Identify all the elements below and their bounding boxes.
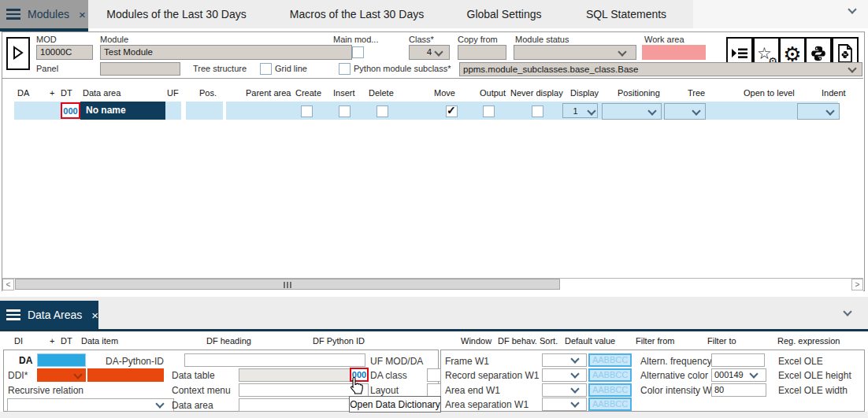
row-create-checkbox[interactable] — [301, 105, 313, 117]
main-mod-checkbox[interactable] — [352, 46, 364, 58]
panel-label: Panel — [36, 64, 58, 74]
col2-data-item: Data item — [81, 336, 118, 346]
color-intensity-input[interactable]: 80 — [711, 383, 766, 397]
da-python-id-label: DA-Python-ID — [101, 356, 164, 367]
frame-color-swatch[interactable]: AABBCC — [588, 353, 632, 367]
ddi-field[interactable] — [87, 368, 164, 382]
area-sep-color-swatch[interactable]: AABBCC — [588, 398, 632, 411]
excel-ole-width-label: Excel OLE width — [778, 385, 848, 396]
play-icon — [13, 46, 24, 61]
star-gear-icon: ☆ ⚙ — [757, 45, 776, 64]
work-area-field[interactable] — [642, 45, 706, 60]
row-dt-code[interactable]: 000 — [61, 102, 80, 119]
da-color-field[interactable] — [37, 353, 86, 367]
tab-data-areas[interactable]: Data Areas × — [0, 301, 98, 329]
module-field[interactable]: Test Module — [100, 45, 352, 60]
python-subclass-select[interactable]: ppms.module_subclasses.base_class.Base — [459, 62, 862, 76]
col-indent: Indent — [822, 88, 846, 98]
copy-from-label: Copy from — [458, 35, 498, 45]
bottom-strip — [0, 412, 868, 418]
tab-modules-last-30-days[interactable]: Modules of the Last 30 Days — [93, 0, 260, 28]
class-label: Class* — [409, 35, 434, 45]
context-menu-label: Context menu — [172, 385, 231, 396]
scroll-right-button[interactable]: > — [851, 279, 863, 290]
col2-filter-to: Filter to — [707, 336, 736, 346]
tab-sql-statements[interactable]: SQL Statements — [579, 0, 673, 28]
col-da: DA — [17, 88, 29, 98]
layout-label: Layout — [370, 385, 399, 396]
tab-data-areas-close-icon[interactable]: × — [91, 309, 98, 321]
tooltip: Open Data Dictionary — [349, 396, 441, 412]
row-insert-checkbox[interactable] — [339, 105, 351, 117]
run-module-button[interactable] — [6, 37, 30, 70]
alternative-color-label: Alternative color ... — [640, 370, 718, 381]
mod-field[interactable]: 10000C — [36, 45, 93, 60]
excel-ole-height-label: Excel OLE height — [778, 370, 851, 381]
python-icon — [810, 45, 827, 64]
area-end-select[interactable] — [542, 383, 587, 397]
data-area-label: Data area — [172, 400, 213, 411]
col2-window: Window — [461, 336, 491, 346]
python-subclass-checkbox[interactable] — [339, 63, 351, 75]
hamburger-icon[interactable] — [6, 13, 20, 16]
python-subclass-label: Python module subclass* — [354, 64, 451, 74]
col-parent-area: Parent area — [246, 88, 291, 98]
add-item-button[interactable]: + — [50, 336, 54, 346]
tab-modules[interactable]: Modules × — [0, 0, 88, 28]
col2-default-value: Default value — [565, 336, 615, 346]
frame-w1-label: Frame W1 — [445, 356, 489, 367]
row-delete-checkbox[interactable] — [377, 105, 388, 117]
hamburger-icon[interactable] — [6, 314, 20, 316]
da-class-input[interactable] — [427, 368, 441, 382]
col2-reg-expression: Reg. expression — [777, 336, 840, 346]
area-end-color-swatch[interactable]: AABBCC — [588, 383, 632, 397]
col2-sort: Sort. — [540, 336, 558, 346]
record-sep-color-swatch[interactable]: AABBCC — [588, 368, 632, 382]
col-output: Output — [480, 88, 506, 98]
scroll-left-button[interactable]: < — [2, 279, 14, 290]
tab-modules-close-icon[interactable]: × — [79, 9, 86, 20]
area-separation-select[interactable] — [542, 398, 587, 411]
recursive-relation-select[interactable] — [7, 398, 174, 412]
tab-global-settings[interactable]: Global Settings — [457, 0, 551, 28]
tab-data-areas-label: Data Areas — [28, 309, 82, 321]
da-class-label: DA class — [370, 370, 407, 381]
col2-df-python-id: DF Python ID — [313, 336, 365, 346]
run-list-icon — [731, 46, 748, 63]
grid-line-checkbox[interactable] — [260, 63, 272, 75]
col-never-display: Never display — [510, 88, 563, 98]
data-table-label: Data table — [172, 370, 215, 381]
cell-gap — [223, 102, 226, 120]
col-display: Display — [570, 88, 599, 98]
record-separation-select[interactable] — [542, 368, 587, 382]
altern-frequency-input[interactable] — [711, 353, 765, 367]
layout-input[interactable] — [427, 383, 441, 397]
row-never-display-checkbox[interactable] — [532, 105, 543, 117]
class-select[interactable]: 4 — [409, 45, 450, 60]
col-open-to-level: Open to level — [744, 88, 795, 98]
excel-ole-label: Excel OLE — [778, 356, 823, 367]
main-mod-label: Main mod... — [333, 35, 378, 45]
panel-field[interactable] — [100, 62, 180, 76]
module-label: Module — [100, 35, 128, 45]
scroll-thumb[interactable] — [15, 279, 560, 290]
work-area-label: Work area — [644, 35, 684, 45]
toolbar-divider — [2, 78, 863, 79]
data-table-input[interactable] — [239, 368, 353, 382]
col-pos: Pos. — [199, 88, 217, 98]
copy-from-field[interactable] — [458, 45, 506, 60]
hand-cursor-icon — [350, 376, 363, 397]
df-heading-input[interactable] — [184, 353, 365, 367]
row-data-area-name[interactable]: No name — [80, 102, 165, 120]
col-positioning: Positioning — [618, 88, 660, 98]
col-delete: Delete — [369, 88, 394, 98]
alternative-color-select[interactable]: 000149 — [711, 368, 766, 382]
tab-macros-last-30-days[interactable]: Macros of the Last 30 Days — [276, 0, 438, 28]
add-row-button[interactable]: + — [50, 88, 54, 98]
row-output-checkbox[interactable] — [483, 105, 495, 117]
record-separation-w1-label: Record separation W1 — [445, 370, 539, 381]
col2-dt: DT — [61, 336, 72, 346]
recursive-relation-label: Recursive relation — [8, 385, 83, 396]
frame-w1-select[interactable] — [542, 353, 587, 367]
row-move-checkbox[interactable] — [446, 105, 458, 117]
